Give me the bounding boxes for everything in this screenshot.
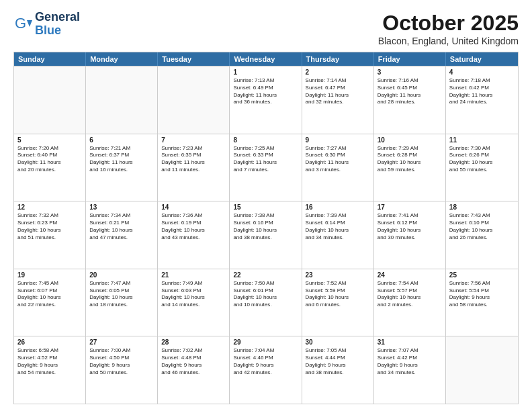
day-number: 11 — [449, 136, 515, 144]
day-number: 7 — [161, 136, 226, 144]
cell-info: Sunrise: 7:29 AM Sunset: 6:28 PM Dayligh… — [378, 145, 442, 174]
logo-blue: Blue — [35, 24, 80, 38]
day-number: 3 — [378, 68, 442, 76]
cell-info: Sunrise: 7:52 AM Sunset: 5:59 PM Dayligh… — [306, 280, 370, 309]
cell-info: Sunrise: 7:20 AM Sunset: 6:40 PM Dayligh… — [17, 145, 82, 174]
cell-info: Sunrise: 7:32 AM Sunset: 6:23 PM Dayligh… — [17, 212, 82, 241]
cell-info: Sunrise: 7:27 AM Sunset: 6:30 PM Dayligh… — [306, 145, 370, 174]
calendar-cell — [86, 66, 158, 134]
calendar-cell: 29Sunrise: 7:04 AM Sunset: 4:46 PM Dayli… — [230, 336, 302, 404]
cell-info: Sunrise: 6:58 AM Sunset: 4:52 PM Dayligh… — [17, 347, 82, 376]
logo-icon: G — [13, 15, 32, 34]
day-number: 8 — [233, 136, 298, 144]
title-block: October 2025 Blacon, England, United Kin… — [378, 11, 519, 46]
cell-info: Sunrise: 7:23 AM Sunset: 6:35 PM Dayligh… — [161, 145, 226, 174]
calendar-row: 5Sunrise: 7:20 AM Sunset: 6:40 PM Daylig… — [14, 134, 518, 201]
cell-info: Sunrise: 7:18 AM Sunset: 6:42 PM Dayligh… — [449, 77, 515, 106]
cell-info: Sunrise: 7:41 AM Sunset: 6:12 PM Dayligh… — [378, 212, 442, 241]
cell-info: Sunrise: 7:45 AM Sunset: 6:07 PM Dayligh… — [17, 280, 82, 309]
cell-info: Sunrise: 7:43 AM Sunset: 6:10 PM Dayligh… — [449, 212, 515, 241]
calendar: SundayMondayTuesdayWednesdayThursdayFrid… — [13, 52, 519, 404]
cell-info: Sunrise: 7:05 AM Sunset: 4:44 PM Dayligh… — [306, 347, 370, 376]
calendar-row: 19Sunrise: 7:45 AM Sunset: 6:07 PM Dayli… — [14, 269, 518, 336]
calendar-cell: 1Sunrise: 7:13 AM Sunset: 6:49 PM Daylig… — [230, 66, 302, 134]
day-number: 13 — [89, 203, 154, 211]
cell-info: Sunrise: 7:50 AM Sunset: 6:01 PM Dayligh… — [233, 280, 298, 309]
calendar-cell: 30Sunrise: 7:05 AM Sunset: 4:44 PM Dayli… — [302, 336, 374, 404]
page-header: G General Blue October 2025 Blacon, Engl… — [13, 11, 519, 46]
cell-info: Sunrise: 7:13 AM Sunset: 6:49 PM Dayligh… — [233, 77, 298, 106]
logo-general: General — [35, 11, 80, 24]
cell-info: Sunrise: 7:21 AM Sunset: 6:37 PM Dayligh… — [89, 145, 154, 174]
calendar-cell: 8Sunrise: 7:25 AM Sunset: 6:33 PM Daylig… — [230, 134, 302, 201]
day-number: 31 — [378, 338, 442, 346]
calendar-cell: 2Sunrise: 7:14 AM Sunset: 6:47 PM Daylig… — [302, 66, 374, 134]
day-number: 16 — [306, 203, 370, 211]
day-header-thursday: Thursday — [302, 52, 374, 66]
calendar-cell: 21Sunrise: 7:49 AM Sunset: 6:03 PM Dayli… — [158, 269, 230, 336]
cell-info: Sunrise: 7:25 AM Sunset: 6:33 PM Dayligh… — [233, 145, 298, 174]
cell-info: Sunrise: 7:16 AM Sunset: 6:45 PM Dayligh… — [378, 77, 442, 106]
calendar-cell: 5Sunrise: 7:20 AM Sunset: 6:40 PM Daylig… — [14, 134, 86, 201]
day-header-wednesday: Wednesday — [230, 52, 302, 66]
day-number: 10 — [378, 136, 442, 144]
cell-info: Sunrise: 7:14 AM Sunset: 6:47 PM Dayligh… — [306, 77, 370, 106]
calendar-cell: 22Sunrise: 7:50 AM Sunset: 6:01 PM Dayli… — [230, 269, 302, 336]
day-number: 24 — [378, 271, 442, 279]
day-number: 14 — [161, 203, 226, 211]
day-header-monday: Monday — [86, 52, 158, 66]
svg-text:G: G — [15, 15, 26, 32]
day-number: 12 — [17, 203, 82, 211]
logo-text: General Blue — [35, 11, 80, 38]
cell-info: Sunrise: 7:38 AM Sunset: 6:16 PM Dayligh… — [233, 212, 298, 241]
day-number: 4 — [449, 68, 515, 76]
calendar-cell: 16Sunrise: 7:39 AM Sunset: 6:14 PM Dayli… — [302, 201, 374, 269]
cell-info: Sunrise: 7:39 AM Sunset: 6:14 PM Dayligh… — [306, 212, 370, 241]
calendar-cell: 20Sunrise: 7:47 AM Sunset: 6:05 PM Dayli… — [86, 269, 158, 336]
calendar-cell: 10Sunrise: 7:29 AM Sunset: 6:28 PM Dayli… — [374, 134, 446, 201]
calendar-cell — [446, 336, 518, 404]
cell-info: Sunrise: 7:02 AM Sunset: 4:48 PM Dayligh… — [161, 347, 226, 376]
day-number: 27 — [89, 338, 154, 346]
calendar-cell: 9Sunrise: 7:27 AM Sunset: 6:30 PM Daylig… — [302, 134, 374, 201]
calendar-row: 26Sunrise: 6:58 AM Sunset: 4:52 PM Dayli… — [14, 336, 518, 404]
day-number: 28 — [161, 338, 226, 346]
day-number: 20 — [89, 271, 154, 279]
day-number: 30 — [306, 338, 370, 346]
calendar-cell: 12Sunrise: 7:32 AM Sunset: 6:23 PM Dayli… — [14, 201, 86, 269]
calendar-cell: 14Sunrise: 7:36 AM Sunset: 6:19 PM Dayli… — [158, 201, 230, 269]
day-number: 5 — [17, 136, 82, 144]
cell-info: Sunrise: 7:36 AM Sunset: 6:19 PM Dayligh… — [161, 212, 226, 241]
cell-info: Sunrise: 7:49 AM Sunset: 6:03 PM Dayligh… — [161, 280, 226, 309]
day-number: 23 — [306, 271, 370, 279]
day-number: 9 — [306, 136, 370, 144]
calendar-cell: 17Sunrise: 7:41 AM Sunset: 6:12 PM Dayli… — [374, 201, 446, 269]
day-number: 25 — [449, 271, 515, 279]
day-number: 22 — [233, 271, 298, 279]
calendar-cell: 31Sunrise: 7:07 AM Sunset: 4:42 PM Dayli… — [374, 336, 446, 404]
calendar-cell: 27Sunrise: 7:00 AM Sunset: 4:50 PM Dayli… — [86, 336, 158, 404]
logo: G General Blue — [13, 11, 80, 38]
calendar-row: 1Sunrise: 7:13 AM Sunset: 6:49 PM Daylig… — [14, 66, 518, 134]
calendar-cell — [158, 66, 230, 134]
cell-info: Sunrise: 7:00 AM Sunset: 4:50 PM Dayligh… — [89, 347, 154, 376]
day-header-friday: Friday — [374, 52, 446, 66]
month-title: October 2025 — [378, 11, 519, 36]
cell-info: Sunrise: 7:54 AM Sunset: 5:57 PM Dayligh… — [378, 280, 442, 309]
calendar-cell: 19Sunrise: 7:45 AM Sunset: 6:07 PM Dayli… — [14, 269, 86, 336]
location: Blacon, England, United Kingdom — [378, 36, 519, 46]
day-header-sunday: Sunday — [14, 52, 86, 66]
calendar-cell: 7Sunrise: 7:23 AM Sunset: 6:35 PM Daylig… — [158, 134, 230, 201]
day-number: 26 — [17, 338, 82, 346]
cell-info: Sunrise: 7:07 AM Sunset: 4:42 PM Dayligh… — [378, 347, 442, 376]
calendar-cell: 24Sunrise: 7:54 AM Sunset: 5:57 PM Dayli… — [374, 269, 446, 336]
cell-info: Sunrise: 7:34 AM Sunset: 6:21 PM Dayligh… — [89, 212, 154, 241]
calendar-cell: 18Sunrise: 7:43 AM Sunset: 6:10 PM Dayli… — [446, 201, 518, 269]
day-number: 6 — [89, 136, 154, 144]
calendar-cell: 26Sunrise: 6:58 AM Sunset: 4:52 PM Dayli… — [14, 336, 86, 404]
cell-info: Sunrise: 7:04 AM Sunset: 4:46 PM Dayligh… — [233, 347, 298, 376]
calendar-body: 1Sunrise: 7:13 AM Sunset: 6:49 PM Daylig… — [14, 66, 518, 404]
calendar-cell: 25Sunrise: 7:56 AM Sunset: 5:54 PM Dayli… — [446, 269, 518, 336]
cell-info: Sunrise: 7:47 AM Sunset: 6:05 PM Dayligh… — [89, 280, 154, 309]
day-number: 15 — [233, 203, 298, 211]
